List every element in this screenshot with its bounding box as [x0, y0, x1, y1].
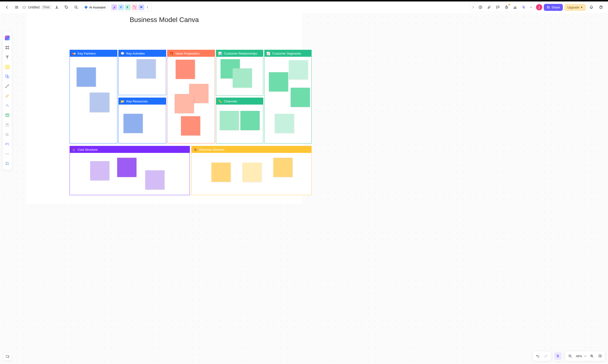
sticky-note[interactable]	[77, 67, 96, 87]
section-customer-relationships[interactable]: 📊Customer Relationships	[216, 50, 263, 96]
section-header[interactable]: 📈Customer Segments	[264, 50, 311, 57]
section-header[interactable]: ✂️Cost Structure	[70, 146, 190, 153]
tag-button[interactable]	[62, 3, 71, 11]
collab-chip-0[interactable]	[111, 4, 117, 10]
tool-pen[interactable]	[3, 91, 11, 100]
sticky-note[interactable]	[291, 88, 310, 107]
section-key-activities[interactable]: 💬Key Activities	[118, 50, 166, 95]
section-body[interactable]	[216, 57, 263, 95]
tool-apps[interactable]	[3, 159, 11, 168]
section-title: Cost Structure	[78, 148, 98, 151]
section-revenue-streams[interactable]: 🎉Revenue Streams	[191, 146, 312, 195]
menu-button[interactable]	[13, 3, 21, 11]
sticky-note[interactable]	[175, 94, 194, 113]
tool-connector[interactable]	[3, 82, 11, 91]
sticky-note[interactable]	[145, 170, 165, 190]
doc-title[interactable]: Untitled	[28, 5, 39, 9]
section-body[interactable]	[70, 153, 190, 195]
collab-chip-2[interactable]	[125, 4, 131, 10]
tool-sticky[interactable]	[3, 63, 11, 71]
section-key-resources[interactable]: 📂Key Resources	[118, 98, 166, 143]
zoom-out-button[interactable]	[566, 352, 574, 360]
tool-kanban[interactable]	[3, 140, 11, 149]
section-header[interactable]: 🎁Value Proposition	[168, 50, 215, 57]
section-header[interactable]: 💬Key Activities	[119, 50, 166, 57]
celebrate-button[interactable]	[485, 3, 493, 11]
sticky-note[interactable]	[233, 68, 252, 88]
view-tools-more[interactable]	[529, 3, 534, 11]
tool-textblock[interactable]	[3, 120, 11, 129]
section-body[interactable]	[119, 104, 166, 143]
zoom-level[interactable]: 48%	[574, 354, 584, 358]
section-body[interactable]	[216, 104, 263, 143]
tool-more[interactable]	[3, 150, 11, 158]
canvas[interactable]: Business Model Canva 🚛Key Partners💬Key A…	[0, 13, 608, 364]
sticky-note[interactable]	[136, 59, 156, 78]
section-body[interactable]	[119, 57, 166, 95]
present-button[interactable]	[476, 3, 485, 11]
section-value-proposition[interactable]: 🎁Value Proposition	[167, 50, 215, 143]
sticky-note[interactable]	[90, 92, 109, 112]
sticky-note[interactable]	[273, 158, 293, 177]
pointer-mode-button[interactable]	[554, 352, 562, 360]
tool-list[interactable]	[3, 130, 11, 139]
ai-assistant-button[interactable]: AI Assistant	[82, 4, 108, 11]
sticky-note[interactable]	[275, 114, 294, 133]
sticky-note[interactable]	[181, 116, 200, 135]
upgrade-button[interactable]: Upgrade ✦	[564, 4, 586, 11]
download-button[interactable]	[53, 3, 61, 11]
sticky-note[interactable]	[123, 114, 143, 133]
sticky-note[interactable]	[117, 158, 136, 177]
tool-text[interactable]	[3, 53, 11, 62]
collab-chip-1[interactable]: P	[118, 4, 124, 10]
section-customer-segments[interactable]: 📈Customer Segments	[264, 50, 312, 143]
timer-button[interactable]	[503, 3, 511, 11]
back-button[interactable]	[3, 3, 11, 11]
section-header[interactable]: 🚛Key Partners	[70, 50, 117, 57]
collab-chip-4[interactable]	[138, 4, 144, 10]
sticky-note[interactable]	[269, 72, 288, 91]
tool-logo[interactable]	[3, 34, 11, 42]
sticky-note[interactable]	[242, 163, 262, 182]
help-button[interactable]	[597, 3, 605, 11]
sticky-note[interactable]	[90, 161, 109, 181]
section-header[interactable]: 📂Key Resources	[119, 98, 166, 104]
section-body[interactable]	[168, 57, 215, 143]
section-header[interactable]: 🎉Revenue Streams	[192, 146, 311, 153]
section-header[interactable]: 📏Channels	[216, 98, 263, 104]
collab-collapse-button[interactable]	[145, 4, 150, 10]
section-cost-structure[interactable]: ✂️Cost Structure	[70, 146, 190, 195]
tool-shape[interactable]	[3, 72, 11, 81]
tool-table[interactable]	[3, 111, 11, 119]
cursor-tool-button[interactable]	[520, 3, 528, 11]
section-key-partners[interactable]: 🚛Key Partners	[70, 50, 117, 143]
tool-frame[interactable]	[3, 43, 11, 52]
section-body[interactable]	[70, 57, 117, 143]
doc-title-group[interactable]: Untitled Free	[22, 5, 51, 9]
sticky-note[interactable]	[289, 60, 308, 79]
sticky-note[interactable]	[176, 60, 195, 79]
collab-chip-3[interactable]	[132, 4, 137, 10]
board-title[interactable]: Business Model Canva	[26, 16, 302, 24]
sticky-note[interactable]	[211, 163, 231, 182]
layers-button[interactable]	[3, 352, 12, 361]
tool-mindmap[interactable]	[3, 101, 11, 110]
section-body[interactable]	[192, 153, 311, 195]
comment-button[interactable]	[494, 3, 502, 11]
notifications-button[interactable]	[587, 3, 595, 11]
redo-button[interactable]	[542, 352, 550, 360]
search-button[interactable]	[72, 3, 80, 11]
section-channels[interactable]: 📏Channels	[216, 98, 263, 143]
sticky-note[interactable]	[240, 111, 260, 130]
view-expand-button[interactable]	[471, 3, 476, 11]
share-button[interactable]: Share	[544, 4, 563, 11]
sticky-note[interactable]	[220, 111, 239, 130]
zoom-in-button[interactable]	[588, 352, 596, 360]
section-header[interactable]: 📊Customer Relationships	[216, 50, 263, 57]
section-body[interactable]	[264, 57, 311, 143]
undo-button[interactable]	[534, 352, 542, 360]
vote-button[interactable]	[511, 3, 519, 11]
board-frame[interactable]: Business Model Canva 🚛Key Partners💬Key A…	[26, 13, 302, 204]
avatar[interactable]: j	[536, 4, 542, 10]
minimap-button[interactable]	[596, 352, 604, 360]
